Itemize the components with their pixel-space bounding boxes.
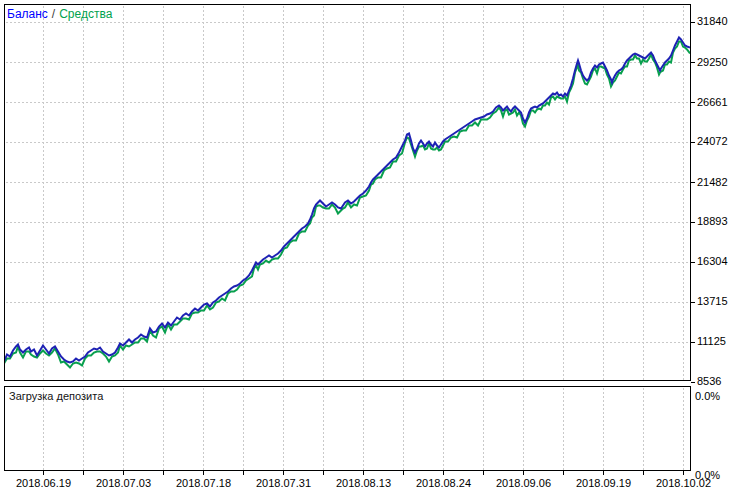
legend: Баланс/Средства [7,7,112,21]
y-axis-label: 21482 [697,176,728,189]
y-axis-label: 29250 [697,56,728,69]
deposit-max-label: 0.0% [695,390,720,403]
y-axis-label: 26661 [697,96,728,109]
equity-legend-label: Средства [59,7,112,21]
y-axis-label: 24072 [697,135,728,148]
x-axis-label: 2018.09.19 [562,477,646,490]
x-axis-label: 2018.08.13 [322,477,406,490]
y-axis-label: 31840 [697,15,728,28]
x-axis-label: 2018.07.03 [82,477,166,490]
x-axis-label: 2018.08.24 [402,477,486,490]
y-axis-label: 8536 [697,375,721,388]
tester-graph-screen: Баланс/Средства Загрузка депозита 0.0% 0… [0,0,745,498]
deposit-panel-title: Загрузка депозита [9,390,103,403]
y-axis-label: 18893 [697,215,728,228]
chart-canvas[interactable] [0,0,745,498]
y-axis-label: 13715 [697,295,728,308]
balance-line [4,38,690,363]
x-axis-label: 2018.07.18 [162,477,246,490]
equity-line [4,42,690,368]
deposit-panel-border [5,387,691,471]
x-axis-label: 2018.09.06 [482,477,566,490]
x-axis-label: 2018.07.31 [242,477,326,490]
y-axis-label: 16304 [697,255,728,268]
balance-legend-label: Баланс [7,7,48,21]
main-chart-border [5,5,691,381]
y-axis-label: 11125 [697,335,726,348]
x-axis-label: 2018.10.02 [642,477,726,490]
x-axis-label: 2018.06.19 [2,477,86,490]
legend-separator: / [52,7,55,21]
